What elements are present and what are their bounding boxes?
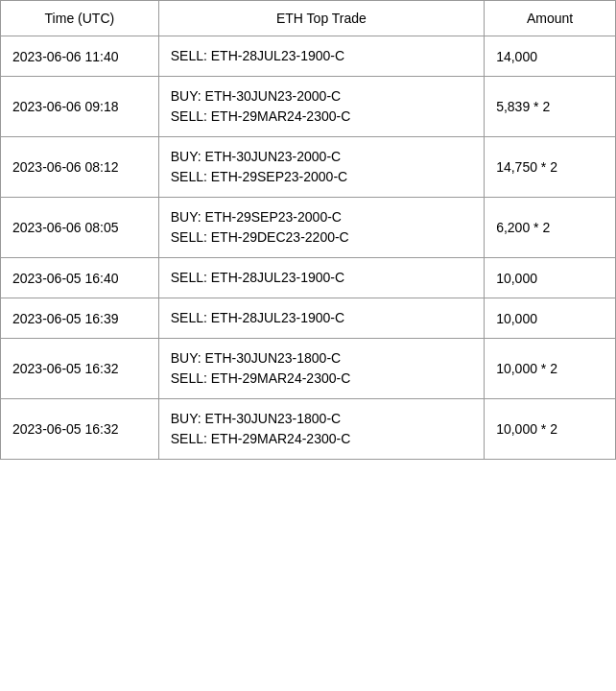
table-row: 2023-06-05 16:32BUY: ETH-30JUN23-1800-CS…	[1, 339, 616, 399]
trade-line: BUY: ETH-30JUN23-1800-C	[171, 348, 472, 369]
cell-amount: 5,839 * 2	[485, 77, 616, 137]
cell-amount: 10,000	[485, 298, 616, 339]
cell-time: 2023-06-05 16:32	[1, 339, 159, 399]
trade-line: BUY: ETH-29SEP23-2000-C	[171, 207, 472, 227]
cell-time: 2023-06-05 16:39	[1, 298, 159, 339]
trade-line: SELL: ETH-29MAR24-2300-C	[171, 429, 472, 449]
trade-line: SELL: ETH-29MAR24-2300-C	[171, 369, 472, 389]
cell-time: 2023-06-06 09:18	[1, 77, 159, 137]
cell-trade: BUY: ETH-30JUN23-1800-CSELL: ETH-29MAR24…	[158, 339, 484, 399]
table-row: 2023-06-06 11:40SELL: ETH-28JUL23-1900-C…	[1, 36, 616, 77]
cell-trade: BUY: ETH-30JUN23-2000-CSELL: ETH-29SEP23…	[158, 137, 484, 198]
trade-line: BUY: ETH-30JUN23-1800-C	[171, 409, 472, 429]
table-row: 2023-06-06 08:12BUY: ETH-30JUN23-2000-CS…	[1, 137, 616, 198]
trade-line: BUY: ETH-30JUN23-2000-C	[171, 86, 472, 107]
trade-line: SELL: ETH-28JUL23-1900-C	[171, 268, 472, 288]
table-row: 2023-06-05 16:32BUY: ETH-30JUN23-1800-CS…	[1, 399, 616, 460]
cell-trade: SELL: ETH-28JUL23-1900-C	[158, 36, 484, 77]
table-row: 2023-06-05 16:40SELL: ETH-28JUL23-1900-C…	[1, 258, 616, 298]
header-trade: ETH Top Trade	[158, 1, 484, 36]
cell-trade: SELL: ETH-28JUL23-1900-C	[158, 298, 484, 339]
header-time: Time (UTC)	[1, 1, 159, 36]
cell-trade: BUY: ETH-30JUN23-1800-CSELL: ETH-29MAR24…	[158, 399, 484, 460]
cell-trade: BUY: ETH-30JUN23-2000-CSELL: ETH-29MAR24…	[158, 77, 484, 137]
cell-time: 2023-06-05 16:40	[1, 258, 159, 298]
cell-time: 2023-06-06 11:40	[1, 36, 159, 77]
cell-trade: BUY: ETH-29SEP23-2000-CSELL: ETH-29DEC23…	[158, 198, 484, 258]
cell-amount: 14,750 * 2	[485, 137, 616, 198]
cell-amount: 10,000	[485, 258, 616, 298]
main-table-container: Time (UTC) ETH Top Trade Amount 2023-06-…	[0, 0, 616, 460]
cell-time: 2023-06-06 08:05	[1, 198, 159, 258]
trades-table: Time (UTC) ETH Top Trade Amount 2023-06-…	[0, 0, 616, 460]
cell-trade: SELL: ETH-28JUL23-1900-C	[158, 258, 484, 298]
cell-amount: 6,200 * 2	[485, 198, 616, 258]
trade-line: SELL: ETH-29MAR24-2300-C	[171, 107, 472, 127]
header-amount: Amount	[485, 1, 616, 36]
cell-time: 2023-06-06 08:12	[1, 137, 159, 198]
trade-line: SELL: ETH-29SEP23-2000-C	[171, 167, 472, 187]
trade-line: BUY: ETH-30JUN23-2000-C	[171, 147, 472, 167]
trade-line: SELL: ETH-28JUL23-1900-C	[171, 308, 472, 328]
table-row: 2023-06-06 08:05BUY: ETH-29SEP23-2000-CS…	[1, 198, 616, 258]
cell-amount: 10,000 * 2	[485, 339, 616, 399]
trade-line: SELL: ETH-28JUL23-1900-C	[171, 46, 472, 66]
table-header-row: Time (UTC) ETH Top Trade Amount	[1, 1, 616, 36]
cell-time: 2023-06-05 16:32	[1, 399, 159, 460]
table-row: 2023-06-06 09:18BUY: ETH-30JUN23-2000-CS…	[1, 77, 616, 137]
cell-amount: 14,000	[485, 36, 616, 77]
cell-amount: 10,000 * 2	[485, 399, 616, 460]
trade-line: SELL: ETH-29DEC23-2200-C	[171, 227, 472, 248]
table-row: 2023-06-05 16:39SELL: ETH-28JUL23-1900-C…	[1, 298, 616, 339]
